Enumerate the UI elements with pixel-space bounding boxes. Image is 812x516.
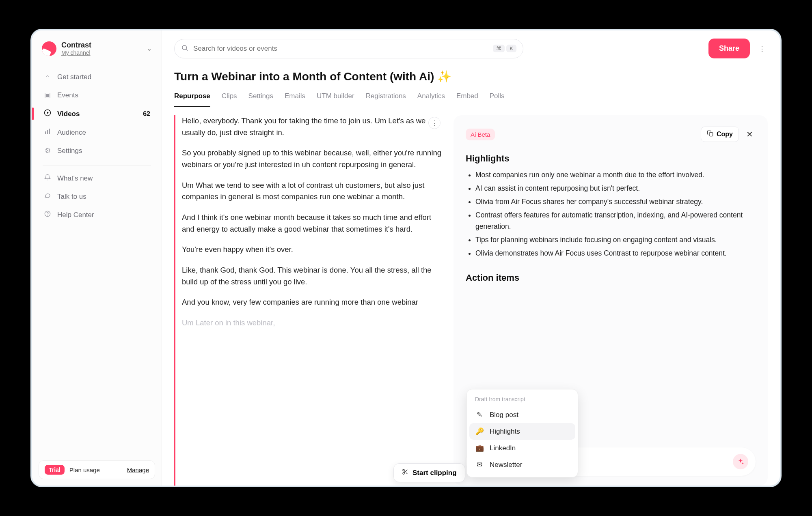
sidebar-item-label: Audience [57, 129, 86, 137]
copy-label: Copy [717, 131, 733, 138]
transcript-paragraph: Um What we tend to see with a lot of con… [182, 180, 442, 203]
chart-icon [43, 128, 52, 137]
draft-menu-item-blog-post[interactable]: ✎ Blog post [469, 406, 575, 423]
close-icon[interactable]: ✕ [744, 128, 756, 141]
home-icon: ⌂ [43, 73, 52, 81]
highlights-list: Most companies run only one webinar a mo… [466, 170, 756, 261]
gear-icon: ⚙ [43, 146, 52, 155]
page-title-text: Turn a Webinar into a Month of Content (… [174, 70, 434, 83]
share-button[interactable]: Share [708, 39, 750, 58]
draft-menu-label: LinkedIn [490, 444, 516, 452]
sidebar-item-talk-to-us[interactable]: Talk to us [39, 187, 155, 206]
draft-menu: Draft from transcript ✎ Blog post 🔑 High… [466, 389, 578, 477]
transcript-paragraph: Hello, everybody. Thank you for taking t… [182, 115, 442, 138]
tab-registrations[interactable]: Registrations [366, 89, 406, 107]
search-shortcut: ⌘ K [493, 45, 516, 52]
tab-repurpose[interactable]: Repurpose [174, 89, 210, 107]
sidebar-item-events[interactable]: ▣ Events [39, 86, 155, 104]
more-menu-icon[interactable]: ⋮ [756, 44, 768, 53]
transcript-paragraph: You're even happy when it's over. [182, 244, 442, 256]
transcript-paragraph: So you probably signed up to this webina… [182, 147, 442, 170]
chevron-down-icon[interactable]: ⌄ [147, 45, 152, 52]
svg-point-8 [403, 469, 404, 471]
envelope-icon: ✉ [475, 460, 484, 469]
search-input[interactable] [193, 45, 488, 53]
copy-icon [707, 130, 713, 138]
highlight-item: AI can assist in content repurposing but… [475, 183, 756, 194]
transcript-paragraph: And you know, very few companies are run… [182, 297, 442, 308]
pencil-icon: ✎ [475, 411, 484, 419]
kbd-k: K [506, 45, 516, 52]
svg-rect-3 [49, 129, 50, 134]
play-icon [43, 109, 52, 118]
chat-icon [43, 192, 52, 201]
briefcase-icon: 💼 [475, 444, 484, 452]
highlight-item: Most companies run only one webinar a mo… [475, 170, 756, 181]
draft-menu-item-highlights[interactable]: 🔑 Highlights [469, 423, 575, 440]
svg-rect-1 [45, 131, 46, 134]
main-content: ⌘ K Share ⋮ Turn a Webinar into a Month … [162, 30, 780, 486]
bell-icon [43, 174, 52, 183]
tab-bar: Repurpose Clips Settings Emails UTM buil… [174, 89, 768, 107]
transcript-column: ⋮ Hello, everybody. Thank you for taking… [174, 115, 442, 486]
sidebar-item-label: Help Center [57, 211, 94, 219]
svg-point-6 [182, 45, 187, 50]
kbd-cmd: ⌘ [493, 45, 505, 52]
highlight-item: Contrast offers features for automatic t… [475, 210, 756, 232]
manage-link[interactable]: Manage [127, 467, 149, 473]
tab-analytics[interactable]: Analytics [417, 89, 445, 107]
highlights-heading: Highlights [466, 153, 756, 164]
tab-polls[interactable]: Polls [490, 89, 505, 107]
draft-menu-item-linkedin[interactable]: 💼 LinkedIn [469, 440, 575, 456]
sidebar-item-label: What's new [57, 174, 93, 183]
sidebar-item-videos[interactable]: Videos 62 [39, 104, 155, 123]
svg-rect-7 [709, 133, 713, 136]
transcript-more-icon[interactable]: ⋮ [428, 117, 441, 129]
app-window: Contrast My channel ⌄ ⌂ Get started ▣ Ev… [30, 29, 782, 487]
primary-nav: ⌂ Get started ▣ Events Videos 62 Audienc… [39, 68, 155, 224]
highlight-item: Olivia demonstrates how Air Focus uses C… [475, 248, 756, 259]
brand-subtitle[interactable]: My channel [61, 49, 142, 56]
draft-menu-header: Draft from transcript [469, 393, 575, 406]
sidebar-item-whats-new[interactable]: What's new [39, 169, 155, 187]
transcript-paragraph: Like, thank God, thank God. This webinar… [182, 264, 442, 288]
action-items-heading: Action items [466, 273, 756, 283]
start-clipping-button[interactable]: Start clipping [393, 463, 465, 482]
plan-usage-label[interactable]: Plan usage [69, 467, 122, 473]
sidebar-item-audience[interactable]: Audience [39, 123, 155, 142]
draft-menu-label: Newsletter [490, 461, 522, 469]
draft-menu-item-newsletter[interactable]: ✉ Newsletter [469, 456, 575, 473]
start-clipping-label: Start clipping [412, 469, 457, 477]
brand-title: Contrast [61, 41, 142, 49]
ai-panel-header: Ai Beta Copy ✕ [466, 127, 756, 142]
tab-clips[interactable]: Clips [222, 89, 237, 107]
transcript-paragraph: And I think it's one webinar month becau… [182, 212, 442, 235]
help-icon [43, 211, 52, 219]
sidebar-item-get-started[interactable]: ⌂ Get started [39, 68, 155, 86]
workspace-switcher[interactable]: Contrast My channel ⌄ [39, 39, 155, 63]
tab-settings[interactable]: Settings [248, 89, 273, 107]
transcript-paragraph: Um Later on in this webinar, [182, 317, 442, 329]
sidebar-item-label: Talk to us [57, 193, 86, 201]
brand-logo [42, 41, 56, 56]
tab-embed[interactable]: Embed [456, 89, 478, 107]
ai-submit-button[interactable] [733, 454, 748, 469]
divider [43, 166, 151, 166]
transcript-body[interactable]: Hello, everybody. Thank you for taking t… [174, 115, 442, 486]
sidebar-item-label: Events [57, 91, 78, 99]
calendar-icon: ▣ [43, 91, 52, 99]
svg-rect-2 [47, 130, 48, 134]
tab-utm-builder[interactable]: UTM builder [317, 89, 354, 107]
scissors-icon [402, 469, 408, 477]
tab-emails[interactable]: Emails [285, 89, 305, 107]
svg-point-9 [403, 473, 404, 474]
sidebar-item-settings[interactable]: ⚙ Settings [39, 142, 155, 160]
copy-button[interactable]: Copy [701, 127, 739, 142]
topbar: ⌘ K Share ⋮ [174, 39, 768, 58]
sidebar-item-label: Settings [57, 147, 82, 155]
draft-menu-label: Blog post [490, 411, 518, 419]
highlight-item: Olivia from Air Focus shares her company… [475, 196, 756, 207]
search-bar[interactable]: ⌘ K [174, 39, 523, 58]
sidebar-item-label: Videos [57, 110, 80, 118]
sidebar-item-help-center[interactable]: Help Center [39, 206, 155, 224]
